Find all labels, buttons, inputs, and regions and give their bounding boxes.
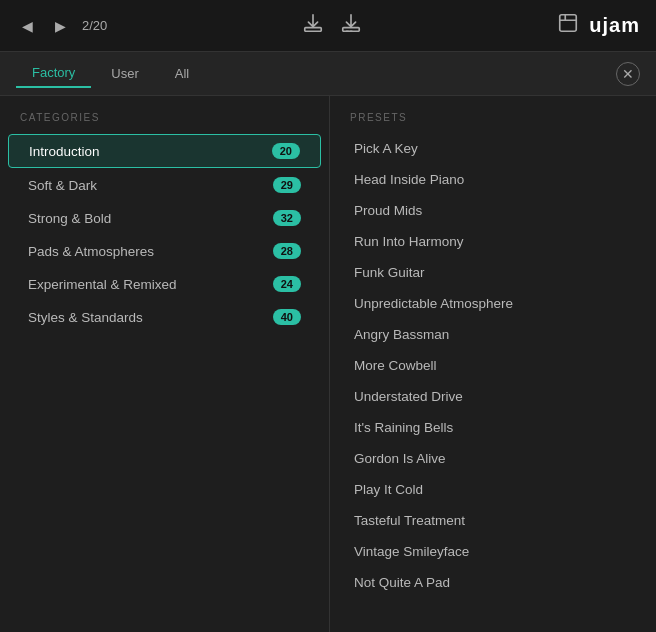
- close-button[interactable]: ✕: [616, 62, 640, 86]
- preset-item[interactable]: Funk Guitar: [330, 257, 656, 288]
- category-item[interactable]: Experimental & Remixed24: [8, 268, 321, 300]
- brand-logo: ujam: [589, 14, 640, 37]
- preset-item[interactable]: Vintage Smileyface: [330, 536, 656, 567]
- category-name: Introduction: [29, 144, 100, 159]
- category-badge: 32: [273, 210, 301, 226]
- tab-all[interactable]: All: [159, 59, 205, 88]
- main-content: CATEGORIES Introduction20Soft & Dark29St…: [0, 96, 656, 632]
- preset-item[interactable]: Gordon Is Alive: [330, 443, 656, 474]
- tabs-row: Factory User All ✕: [0, 52, 656, 96]
- category-badge: 29: [273, 177, 301, 193]
- category-name: Pads & Atmospheres: [28, 244, 154, 259]
- category-item[interactable]: Pads & Atmospheres28: [8, 235, 321, 267]
- preset-item[interactable]: Unpredictable Atmosphere: [330, 288, 656, 319]
- category-name: Strong & Bold: [28, 211, 111, 226]
- category-list: Introduction20Soft & Dark29Strong & Bold…: [0, 134, 329, 333]
- preset-item[interactable]: Angry Bassman: [330, 319, 656, 350]
- left-panel: CATEGORIES Introduction20Soft & Dark29St…: [0, 96, 330, 632]
- category-badge: 28: [273, 243, 301, 259]
- tab-factory[interactable]: Factory: [16, 59, 91, 88]
- category-item[interactable]: Introduction20: [8, 134, 321, 168]
- category-item[interactable]: Styles & Standards40: [8, 301, 321, 333]
- preset-item[interactable]: Understated Drive: [330, 381, 656, 412]
- right-panel: PRESETS Pick A KeyHead Inside PianoProud…: [330, 96, 656, 632]
- top-bar-left: ◀ ▶ 2/20: [16, 14, 107, 38]
- category-item[interactable]: Soft & Dark29: [8, 169, 321, 201]
- category-badge: 20: [272, 143, 300, 159]
- category-badge: 40: [273, 309, 301, 325]
- preset-item[interactable]: Not Quite A Pad: [330, 567, 656, 598]
- svg-rect-4: [560, 15, 577, 32]
- category-name: Experimental & Remixed: [28, 277, 177, 292]
- plugin-window-icon[interactable]: [557, 12, 579, 39]
- category-name: Styles & Standards: [28, 310, 143, 325]
- preset-item[interactable]: Tasteful Treatment: [330, 505, 656, 536]
- download-icon[interactable]: [302, 12, 324, 39]
- top-bar: ◀ ▶ 2/20 ujam: [0, 0, 656, 52]
- preset-item[interactable]: Head Inside Piano: [330, 164, 656, 195]
- category-name: Soft & Dark: [28, 178, 97, 193]
- next-button[interactable]: ▶: [49, 14, 72, 38]
- categories-label: CATEGORIES: [0, 112, 329, 133]
- presets-label: PRESETS: [330, 112, 656, 133]
- category-item[interactable]: Strong & Bold32: [8, 202, 321, 234]
- preset-item[interactable]: It's Raining Bells: [330, 412, 656, 443]
- preset-list: Pick A KeyHead Inside PianoProud MidsRun…: [330, 133, 656, 598]
- preset-item[interactable]: More Cowbell: [330, 350, 656, 381]
- prev-button[interactable]: ◀: [16, 14, 39, 38]
- tab-user[interactable]: User: [95, 59, 154, 88]
- preset-item[interactable]: Pick A Key: [330, 133, 656, 164]
- preset-item[interactable]: Run Into Harmony: [330, 226, 656, 257]
- preset-item[interactable]: Play It Cold: [330, 474, 656, 505]
- top-bar-center: [302, 12, 362, 39]
- top-bar-right: ujam: [557, 12, 640, 39]
- category-badge: 24: [273, 276, 301, 292]
- preset-item[interactable]: Proud Mids: [330, 195, 656, 226]
- counter-label: 2/20: [82, 18, 107, 33]
- svg-rect-0: [305, 28, 322, 32]
- midi-export-icon[interactable]: [340, 12, 362, 39]
- tabs-container: Factory User All: [16, 59, 205, 88]
